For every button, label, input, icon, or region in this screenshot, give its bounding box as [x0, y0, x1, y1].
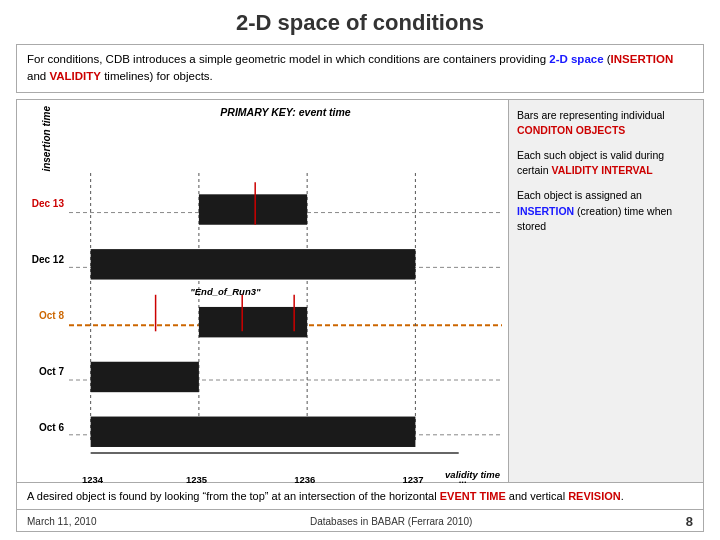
page-title: 2-D space of conditions: [16, 10, 704, 36]
sidebar-notes: Bars are representing individual CONDITO…: [508, 100, 703, 482]
note-validity: Each such object is valid during certain…: [517, 148, 695, 178]
chart-svg: [69, 173, 502, 477]
footer: March 11, 2010 Databases in BABAR (Ferra…: [16, 510, 704, 532]
footer-center: Databases in BABAR (Ferrara 2010): [97, 516, 686, 527]
y-label-dec12: Dec 12: [23, 254, 69, 265]
chart-area: insertion time PRIMARY KEY: event time D…: [17, 100, 508, 482]
main-content: insertion time PRIMARY KEY: event time D…: [16, 99, 704, 483]
note-insertion: Each object is assigned an INSERTION (cr…: [517, 188, 695, 234]
bottom-text: A desired object is found by looking “fr…: [16, 483, 704, 511]
y-label-oct7: Oct 7: [23, 366, 69, 377]
y-label-oct8: Oct 8: [23, 310, 69, 321]
y-label-oct6: Oct 6: [23, 422, 69, 433]
footer-date: March 11, 2010: [27, 516, 97, 527]
svg-rect-13: [91, 417, 416, 447]
intro-text: For conditions, CDB introduces a simple …: [16, 44, 704, 93]
page-number: 8: [686, 514, 693, 529]
note-bars: Bars are representing individual CONDITO…: [517, 108, 695, 138]
svg-rect-12: [91, 362, 199, 392]
svg-rect-10: [91, 249, 416, 279]
validity-time-label: validity time: [445, 469, 500, 480]
svg-rect-11: [199, 307, 307, 337]
insertion-time-label: insertion time: [41, 106, 52, 172]
primary-key-label: PRIMARY KEY: event time: [69, 106, 502, 118]
y-label-dec13: Dec 13: [23, 198, 69, 209]
end-of-run-label: "End_of_Run3": [190, 286, 260, 297]
svg-rect-9: [199, 194, 307, 224]
